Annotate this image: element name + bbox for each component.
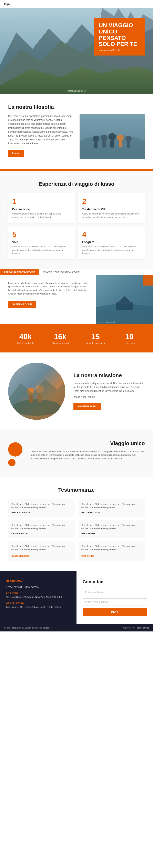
stat-4-number: 10 [123, 333, 136, 341]
philosophy-content: Our team of tourist specialists passiona… [8, 114, 145, 159]
svg-rect-8 [94, 142, 97, 148]
form-title: Contattaci [83, 579, 147, 585]
luxury-card-3: 5 Volo Sample text. Click to select the … [8, 226, 75, 259]
mission-credit: Image from Freepik [73, 395, 145, 399]
mission-image [8, 363, 65, 420]
stat-2-number: 16k [52, 333, 69, 341]
hero-credit: Immagine da Freepik [67, 90, 86, 92]
philosophy-text: Our team of tourist specialists passiona… [8, 114, 73, 157]
luxury-card-1-text: Vogliamo sapere dove e perché, per capir… [12, 212, 71, 219]
luxury-card-2-title: Trasferimenti VIP [82, 208, 141, 211]
tab-personalized[interactable]: PERSONALIZED VACATIONS [0, 270, 39, 275]
mission-paragraph: Habitant morbi tristique senectus et. Ni… [73, 381, 145, 393]
testimonial-3-name: OLGA IVANOVA [11, 532, 71, 535]
address-label: POSIZIONE [6, 592, 70, 594]
personalized-image-svg [96, 275, 153, 324]
hamburger-button[interactable] [145, 3, 149, 5]
mission-btn[interactable]: SAPERNE DI PIÙ [73, 403, 101, 410]
svg-rect-22 [143, 275, 153, 285]
svg-point-7 [93, 135, 99, 142]
personalized-content: Immergersi in bellissime isole, storia a… [0, 275, 153, 324]
footer-privacy[interactable]: Privacy Policy [122, 627, 134, 629]
testimonial-6: Sample text. Click to select the text bo… [78, 541, 145, 561]
stat-4-label: I nostri agenti [123, 342, 136, 344]
footer: © Tutti i diritti riservati. Design by W… [0, 624, 153, 631]
luxury-section: Esperienza di viaggio di lusso 1 Destina… [0, 170, 153, 270]
stat-3-number: 15 [86, 333, 105, 341]
svg-point-15 [125, 136, 131, 142]
email-input[interactable] [83, 598, 147, 606]
hours-item: ORE DI LAVORO Lun - Ven: 07:00 - 18:00, … [6, 602, 70, 609]
testimonial-5-link[interactable]: CONTAMI HUDSON [11, 555, 30, 557]
header: logo [0, 0, 153, 8]
address-text: 121 Rock Street, 21 Avenue, New York, NY… [6, 595, 70, 599]
testimonial-1: Sample text. Click to select the text bo… [8, 499, 75, 517]
luxury-card-1: 1 Destinazione Vogliamo sapere dove e pe… [8, 193, 75, 223]
personalized-paragraph: Immergersi in bellissime isole, storia a… [8, 281, 90, 296]
philosophy-section: La nostra filosofia Our team of tourist … [0, 94, 153, 169]
svg-rect-10 [102, 141, 106, 148]
stat-1-number: 40k [17, 333, 34, 341]
philosophy-btn[interactable]: libero. [8, 150, 24, 157]
svg-point-13 [117, 134, 124, 141]
unique-decoration [8, 440, 23, 466]
personalized-section: PERSONALIZED VACATIONS WHAT IS YOUR VACA… [0, 270, 153, 324]
phone-label: ☎ CHIAMACI [6, 579, 70, 582]
personalized-text-box: Immergersi in bellissime isole, storia a… [0, 275, 96, 324]
unique-section: Viaggio unico Ut enim ad minim veniam, q… [0, 430, 153, 476]
footer-terms[interactable]: Terms of Use [137, 627, 149, 629]
testimonial-2-text: Sample text. Click to select the text bo… [82, 502, 142, 509]
luxury-card-3-title: Volo [12, 241, 71, 244]
personalized-btn[interactable]: SAPERNE DI PIÙ [8, 301, 36, 308]
luxury-grid: 1 Destinazione Vogliamo sapere dove e pe… [8, 193, 145, 259]
luxury-card-2-text: Goditi il comfort dei nostri veicoli ed … [82, 212, 141, 219]
testimonials-section: Testimonianze Sample text. Click to sele… [0, 476, 153, 571]
testimonial-2: Sample text. Click to select the text bo… [78, 499, 145, 517]
name-input[interactable] [83, 589, 147, 596]
philosophy-image [80, 114, 145, 159]
contact-section: ☎ CHIAMACI 1 (234) 567-891, 1 (234) 9879… [0, 571, 153, 624]
testimonial-3-text: Sample text. Click to select the text bo… [11, 524, 71, 530]
stat-3-label: Anni di esperienza [86, 342, 105, 344]
philosophy-title: La nostra filosofia [8, 104, 145, 110]
stat-2: 16k Clienti completati [52, 333, 69, 344]
tab-vacations-type[interactable]: WHAT IS YOUR VACATIONS TYPE? [39, 270, 85, 275]
testimonial-2-name: RADJIE HUDSON [82, 511, 142, 514]
unique-text-content: Viaggio unico Ut enim ad minim veniam, q… [31, 440, 145, 466]
luxury-card-2-number: 2 [82, 197, 141, 206]
philosophy-paragraph: Our team of tourist specialists passiona… [8, 114, 73, 146]
address-item: POSIZIONE 121 Rock Street, 21 Avenue, Ne… [6, 592, 70, 599]
hero-content-box: UN VIAGGIO UNICO PENSATO SOLO PER TE Imm… [94, 18, 145, 56]
svg-rect-20 [116, 302, 132, 310]
hero-subtitle: Immagine da Freepik [99, 49, 140, 52]
luxury-card-4-number: 4 [82, 230, 141, 239]
philosophy-image-inner [80, 114, 145, 159]
testimonials-title: Testimonianze [8, 487, 145, 493]
luxury-card-2: 2 Trasferimenti VIP Goditi il comfort de… [78, 193, 145, 223]
stat-1: 40k Clienti soddisfatti [17, 333, 34, 344]
stats-section: 40k Clienti soddisfatti 16k Clienti comp… [0, 324, 153, 352]
stat-3: 15 Anni di esperienza [86, 333, 105, 344]
svg-rect-12 [110, 141, 114, 148]
mission-text: La nostra missione Habitant morbi tristi… [73, 372, 145, 410]
mission-title: La nostra missione [73, 372, 145, 379]
contact-info: ☎ CHIAMACI 1 (234) 567-891, 1 (234) 9879… [0, 571, 76, 624]
philosophy-image-svg [80, 114, 145, 159]
luxury-title: Esperienza di viaggio di lusso [8, 181, 145, 187]
hero-section: UN VIAGGIO UNICO PENSATO SOLO PER TE Imm… [0, 8, 153, 94]
submit-button[interactable]: INVIA [83, 608, 147, 616]
testimonial-6-link[interactable]: MIKE PERRY [82, 555, 94, 557]
testimonial-4-name: MIKE PERRY [82, 532, 142, 535]
hours-text: Lun - Ven: 07:00 - 18:00, Sabato: 07:00 … [6, 605, 70, 609]
personalized-credit: Immagine da Freepik [98, 321, 115, 323]
testimonial-1-text: Sample text. Click to select the text bo… [11, 502, 71, 509]
phone-text: 1 (234) 567-891, 1 (234) 987934 [6, 586, 70, 589]
orange-circle-large [8, 442, 23, 457]
personalized-image: Immagine da Freepik [96, 275, 153, 324]
luxury-card-1-number: 1 [12, 197, 71, 206]
mission-section: La nostra missione Habitant morbi tristi… [0, 352, 153, 430]
personalized-tabs: PERSONALIZED VACATIONS WHAT IS YOUR VACA… [0, 270, 153, 275]
luxury-card-1-title: Destinazione [12, 208, 71, 211]
footer-copyright: © Tutti i diritti riservati. Design by W… [4, 627, 52, 629]
stat-1-label: Clienti soddisfatti [17, 342, 34, 344]
